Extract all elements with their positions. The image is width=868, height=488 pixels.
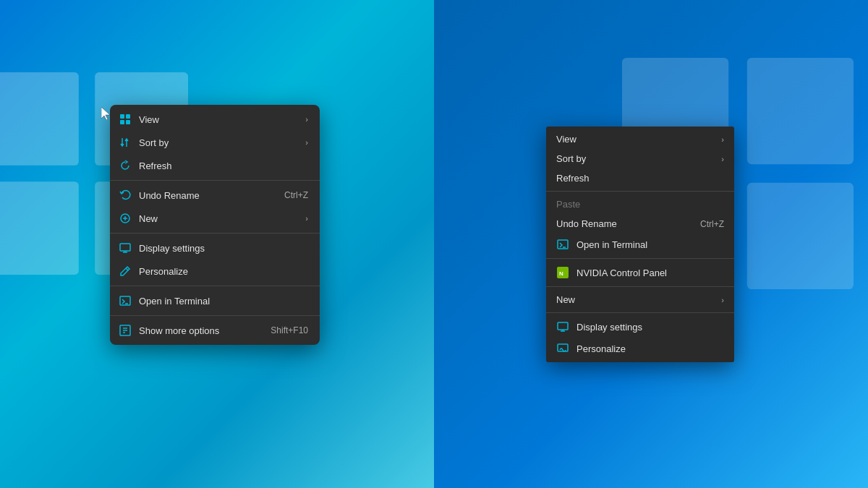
- right-sep-1: [546, 191, 734, 192]
- right-menu-nvidia-label: NVIDIA Control Panel: [576, 267, 724, 278]
- svg-rect-31: [558, 322, 568, 330]
- svg-rect-5: [126, 114, 130, 119]
- separator-4: [110, 315, 320, 316]
- right-menu-sortby-label: Sort by: [556, 153, 708, 164]
- right-menu-new-label: New: [556, 294, 708, 305]
- refresh-icon: [119, 159, 132, 172]
- svg-rect-4: [120, 114, 124, 119]
- svg-text:N: N: [559, 270, 563, 277]
- right-sep-4: [546, 312, 734, 313]
- nvidia-icon: N: [556, 266, 569, 279]
- terminal-icon: [119, 294, 132, 307]
- sort-icon: [119, 136, 132, 149]
- view-arrow-icon: ›: [305, 115, 308, 124]
- svg-rect-13: [120, 244, 130, 251]
- grid-icon: [119, 113, 132, 126]
- left-menu-terminal[interactable]: Open in Terminal: [110, 289, 320, 312]
- right-new-arrow-icon: ›: [721, 296, 724, 304]
- more-shortcut: Shift+F10: [271, 325, 308, 335]
- right-sep-3: [546, 286, 734, 287]
- right-menu-terminal[interactable]: Open in Terminal: [546, 234, 734, 255]
- svg-rect-0: [0, 72, 79, 166]
- right-menu-terminal-label: Open in Terminal: [576, 239, 724, 250]
- left-menu-display-label: Display settings: [139, 243, 308, 254]
- right-view-arrow-icon: ›: [721, 135, 724, 144]
- right-sortby-arrow-icon: ›: [721, 155, 724, 163]
- right-menu-display-label: Display settings: [576, 322, 724, 333]
- left-menu-personalize[interactable]: Personalize: [110, 260, 320, 283]
- left-menu-refresh[interactable]: Refresh: [110, 154, 320, 177]
- new-arrow-icon: ›: [305, 214, 308, 223]
- right-menu-refresh-label: Refresh: [556, 173, 724, 184]
- right-menu-paste-label: Paste: [556, 199, 724, 210]
- right-personalize-icon: [556, 342, 569, 355]
- left-menu-more-label: Show more options: [139, 325, 249, 336]
- right-menu-personalize[interactable]: Personalize: [546, 338, 734, 359]
- separator-3: [110, 286, 320, 286]
- right-desktop: View › Sort by › Refresh Paste Undo Rena…: [434, 0, 868, 488]
- left-menu-terminal-label: Open in Terminal: [139, 296, 308, 307]
- right-menu-view[interactable]: View ›: [546, 129, 734, 149]
- undo-shortcut: Ctrl+Z: [284, 190, 308, 200]
- right-menu-refresh[interactable]: Refresh: [546, 168, 734, 188]
- svg-rect-2: [0, 181, 79, 275]
- pen-icon: [119, 265, 132, 278]
- right-menu-display[interactable]: Display settings: [546, 316, 734, 338]
- display-icon: [119, 241, 132, 254]
- left-menu-personalize-label: Personalize: [139, 266, 308, 277]
- svg-rect-24: [747, 58, 854, 164]
- right-menu-sortby[interactable]: Sort by ›: [546, 149, 734, 168]
- right-undo-shortcut: Ctrl+Z: [700, 219, 724, 229]
- right-menu-personalize-label: Personalize: [576, 343, 724, 354]
- svg-line-16: [126, 268, 128, 270]
- sortby-arrow-icon: ›: [305, 138, 308, 147]
- left-menu-new[interactable]: New ›: [110, 207, 320, 230]
- right-menu-view-label: View: [556, 134, 708, 145]
- left-context-menu: View › Sort by › Refresh Undo Rename Ctr…: [110, 105, 320, 345]
- left-menu-undo[interactable]: Undo Rename Ctrl+Z: [110, 184, 320, 207]
- left-menu-view[interactable]: View ›: [110, 108, 320, 131]
- svg-rect-7: [126, 120, 130, 124]
- left-menu-new-label: New: [139, 213, 292, 224]
- right-menu-paste: Paste: [546, 194, 734, 214]
- right-menu-undo-label: Undo Rename: [556, 218, 678, 229]
- left-menu-display[interactable]: Display settings: [110, 236, 320, 260]
- left-menu-sortby-label: Sort by: [139, 137, 292, 148]
- right-sep-2: [546, 258, 734, 259]
- left-menu-undo-label: Undo Rename: [139, 190, 263, 201]
- right-menu-nvidia[interactable]: N NVIDIA Control Panel: [546, 262, 734, 283]
- undo-icon: [119, 189, 132, 202]
- right-context-menu: View › Sort by › Refresh Paste Undo Rena…: [546, 127, 734, 362]
- cursor-icon: [101, 107, 110, 120]
- left-menu-more[interactable]: Show more options Shift+F10: [110, 319, 320, 342]
- left-menu-sortby[interactable]: Sort by ›: [110, 131, 320, 154]
- separator-1: [110, 180, 320, 181]
- left-desktop: View › Sort by › Refresh Undo Rename Ctr…: [0, 0, 434, 488]
- left-menu-view-label: View: [139, 114, 292, 125]
- right-terminal-icon: [556, 238, 569, 251]
- separator-2: [110, 233, 320, 234]
- svg-rect-6: [120, 120, 124, 124]
- right-menu-undo[interactable]: Undo Rename Ctrl+Z: [546, 214, 734, 234]
- share-icon: [119, 324, 132, 337]
- right-menu-new[interactable]: New ›: [546, 290, 734, 309]
- left-menu-refresh-label: Refresh: [139, 160, 308, 171]
- right-display-icon: [556, 320, 569, 333]
- new-icon: [119, 212, 132, 225]
- svg-rect-26: [747, 183, 854, 289]
